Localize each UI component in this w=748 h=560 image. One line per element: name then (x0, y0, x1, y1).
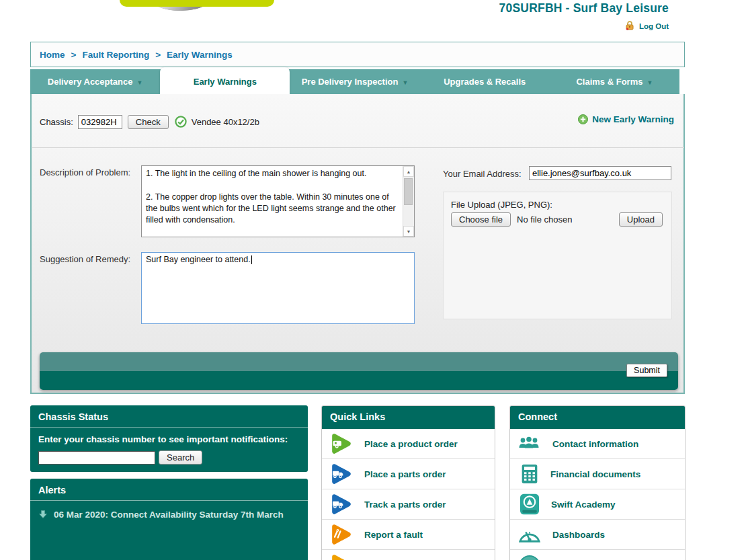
connect-swift-academy[interactable]: Swift Academy (510, 489, 685, 520)
dropdown-arrow-icon: ▼ (647, 79, 653, 86)
tools-triangle-icon (328, 522, 354, 547)
chassis-status-title: Chassis Status (30, 405, 308, 427)
people-icon (516, 435, 542, 452)
connect-contact-information[interactable]: Contact information (510, 429, 685, 459)
alert-text: 06 Mar 2020: Connect Availability Saturd… (54, 510, 284, 520)
tab-delivery-acceptance[interactable]: Delivery Acceptance ▼ (30, 69, 160, 94)
truck-triangle-icon (328, 461, 354, 487)
quick-link-partial[interactable] (322, 550, 495, 560)
scroll-up-icon[interactable]: ▲ (403, 166, 414, 177)
chassis-label: Chassis: (40, 117, 73, 127)
section-divider (32, 147, 684, 148)
description-label: Description of Problem: (40, 167, 130, 177)
page: 70SURFBH - Surf Bay Leisure Log Out Home… (0, 0, 748, 560)
page-title: 70SURFBH - Surf Bay Leisure (400, 1, 669, 15)
connect-financial-documents[interactable]: Financial documents (510, 459, 685, 489)
new-early-warning-link[interactable]: New Early Warning (578, 114, 674, 124)
alerts-title: Alerts (30, 479, 308, 500)
no-file-chosen-text: No file chosen (517, 214, 572, 225)
text-caret (251, 255, 252, 264)
connect-panel: Connect Contact information (509, 405, 685, 560)
submit-bar: Submit (40, 352, 678, 390)
tab-pre-delivery-inspection[interactable]: Pre Delivery Inspection ▼ (290, 69, 419, 94)
quick-link-place-product-order[interactable]: Place a product order (322, 429, 495, 459)
chassis-search-input[interactable] (38, 451, 155, 465)
chassis-search-button[interactable]: Search (159, 450, 202, 465)
alerts-panel: Alerts 06 Mar 2020: Connect Availability… (30, 479, 308, 560)
caravan-triangle-icon (328, 431, 354, 456)
connect-title: Connect (510, 406, 685, 429)
circle-icon (517, 553, 542, 560)
plus-icon (578, 114, 588, 124)
file-upload-label: File Upload (JPEG, PNG): (451, 200, 671, 210)
scrollbar[interactable]: ▲ ▼ (403, 166, 414, 237)
calculator-icon (520, 463, 540, 485)
dropdown-arrow-icon: ▼ (136, 79, 142, 86)
chassis-input[interactable] (78, 115, 122, 129)
gauge-icon (517, 524, 542, 545)
tab-claims-forms[interactable]: Claims & Forms ▼ (550, 69, 679, 94)
breadcrumb-fault-reporting[interactable]: Fault Reporting (82, 50, 149, 60)
promo-banner (120, 0, 274, 7)
email-field[interactable] (529, 166, 671, 180)
email-label: Your Email Address: (443, 169, 522, 179)
breadcrumb-early-warnings[interactable]: Early Warnings (167, 50, 233, 60)
connect-partial[interactable] (510, 550, 685, 560)
remedy-label: Suggestion of Remedy: (40, 254, 130, 264)
quick-links-panel: Quick Links Place a product order Place … (321, 405, 495, 560)
file-upload-box: File Upload (JPEG, PNG): Choose file No … (443, 192, 672, 319)
chassis-status-panel: Chassis Status Enter your chassis number… (30, 405, 308, 472)
scroll-down-icon[interactable]: ▼ (403, 226, 414, 237)
submit-button[interactable]: Submit (626, 364, 667, 377)
quick-links-title: Quick Links (322, 406, 495, 429)
quick-link-report-a-fault[interactable]: Report a fault (322, 520, 495, 550)
logout-label: Log Out (639, 22, 669, 30)
check-button[interactable]: Check (128, 115, 169, 129)
dropdown-arrow-icon: ▼ (402, 79, 408, 86)
breadcrumb-separator: > (155, 50, 161, 60)
truck-triangle-icon (328, 491, 354, 517)
connect-dashboards[interactable]: Dashboards (510, 520, 685, 550)
alert-item[interactable]: 06 Mar 2020: Connect Availability Saturd… (38, 508, 300, 520)
breadcrumb-separator: > (71, 50, 77, 60)
tab-bar: Delivery Acceptance ▼ Early Warnings Pre… (30, 69, 679, 94)
remedy-textarea[interactable]: Surf Bay engineer to attend. (141, 252, 415, 324)
scroll-thumb[interactable] (404, 178, 413, 205)
description-text: 1. The light in the ceiling of the main … (142, 166, 403, 237)
logout-button[interactable]: Log Out (400, 20, 669, 32)
padlock-icon (624, 20, 635, 33)
description-textarea[interactable]: 1. The light in the ceiling of the main … (141, 165, 415, 237)
breadcrumb-home[interactable]: Home (40, 50, 65, 60)
quick-link-place-parts-order[interactable]: Place a parts order (322, 459, 495, 489)
breadcrumb: Home > Fault Reporting > Early Warnings (30, 42, 685, 67)
chassis-model-text: Vendee 40x12/2b (192, 117, 259, 127)
remedy-text: Surf Bay engineer to attend. (146, 255, 251, 264)
academy-badge-icon (519, 493, 540, 516)
upload-button[interactable]: Upload (619, 212, 663, 227)
chassis-status-prompt: Enter your chassis number to see importa… (38, 434, 300, 444)
quick-link-track-parts-order[interactable]: Track a parts order (322, 489, 495, 520)
tab-early-warnings[interactable]: Early Warnings (160, 67, 290, 94)
choose-file-button[interactable]: Choose file (451, 212, 511, 227)
tab-upgrades-recalls[interactable]: Upgrades & Recalls (420, 69, 550, 94)
check-success-icon (175, 116, 187, 128)
chassis-check-row: Chassis: Check Vendee 40x12/2b (40, 113, 259, 130)
early-warnings-panel: Chassis: Check Vendee 40x12/2b New Early… (30, 94, 685, 394)
download-arrow-icon (38, 510, 48, 519)
triangle-icon (328, 552, 354, 560)
